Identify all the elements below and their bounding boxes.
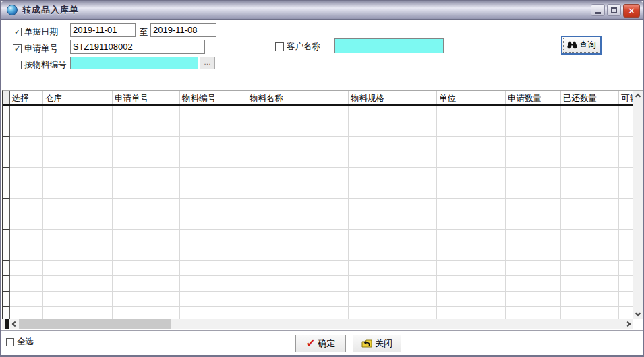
column-header-4[interactable]: 物料编号 — [180, 91, 247, 104]
table-row[interactable] — [3, 292, 633, 307]
table-cell — [506, 121, 561, 137]
table-cell — [247, 152, 349, 168]
minimize-button[interactable] — [591, 4, 605, 16]
material-browse-button[interactable]: … — [200, 57, 215, 69]
horizontal-scrollbar[interactable] — [2, 319, 633, 329]
column-header-1[interactable]: 选择 — [10, 91, 43, 104]
select-all-checkbox[interactable]: 全选 — [6, 336, 34, 348]
table-cell — [247, 261, 349, 276]
table-cell — [561, 199, 619, 214]
table-cell — [10, 121, 43, 137]
table-row[interactable] — [3, 214, 633, 230]
table-row[interactable] — [3, 261, 633, 276]
table-cell — [619, 168, 633, 183]
close-form-button[interactable]: 关闭 — [353, 335, 401, 352]
scroll-up-icon[interactable] — [635, 94, 641, 99]
row-indicator — [3, 261, 10, 276]
table-cell — [561, 214, 619, 230]
table-cell — [10, 245, 43, 261]
table-cell — [437, 245, 506, 261]
table-cell — [437, 168, 506, 183]
table-row[interactable] — [3, 307, 633, 319]
table-row[interactable] — [3, 152, 633, 168]
table-cell — [506, 230, 561, 245]
close-button[interactable]: ✕ — [623, 4, 640, 18]
table-cell — [437, 261, 506, 276]
scroll-down-icon[interactable] — [635, 311, 641, 316]
table-row[interactable] — [3, 121, 633, 137]
binoculars-icon — [567, 41, 577, 49]
table-row[interactable] — [3, 168, 633, 183]
date-to-input[interactable] — [150, 23, 216, 37]
column-header-9[interactable]: 已还数量 — [561, 91, 619, 104]
request-no-checkbox[interactable]: ✓ 申请单号 — [13, 43, 58, 55]
request-no-input[interactable] — [70, 40, 205, 54]
table-row[interactable] — [3, 199, 633, 214]
table-cell — [113, 106, 180, 121]
table-row[interactable] — [3, 245, 633, 261]
material-no-input[interactable] — [70, 57, 198, 69]
table-cell — [10, 106, 43, 121]
table-cell — [10, 230, 43, 245]
scroll-left-icon[interactable] — [12, 321, 18, 327]
table-cell — [180, 168, 247, 183]
table-cell — [113, 245, 180, 261]
column-header-10[interactable]: 可转数量 — [619, 91, 633, 104]
table-row[interactable] — [3, 106, 633, 121]
table-cell — [506, 214, 561, 230]
table-cell — [506, 261, 561, 276]
table-cell — [113, 183, 180, 199]
search-button[interactable]: 查询 — [561, 36, 602, 55]
table-cell — [561, 230, 619, 245]
table-cell — [43, 261, 113, 276]
table-row[interactable] — [3, 230, 633, 245]
table-cell — [43, 230, 113, 245]
table-cell — [561, 292, 619, 307]
table-cell — [561, 168, 619, 183]
table-row[interactable] — [3, 183, 633, 199]
table-cell — [506, 183, 561, 199]
table-cell — [349, 307, 437, 319]
customer-input[interactable] — [334, 38, 444, 53]
table-cell — [561, 245, 619, 261]
column-header-6[interactable]: 物料规格 — [349, 91, 437, 104]
table-cell — [43, 137, 113, 152]
table-cell — [180, 307, 247, 319]
table-cell — [247, 106, 349, 121]
material-no-checkbox[interactable]: 按物料编号 — [13, 59, 67, 71]
table-cell — [619, 214, 633, 230]
table-row[interactable] — [3, 137, 633, 152]
customer-checkbox[interactable]: 客户名称 — [275, 41, 320, 53]
table-cell — [506, 292, 561, 307]
table-cell — [437, 307, 506, 319]
table-cell — [247, 292, 349, 307]
table-cell — [247, 276, 349, 292]
horizontal-scroll-thumb[interactable] — [19, 319, 171, 329]
vertical-scrollbar[interactable] — [633, 91, 643, 319]
column-header-8[interactable]: 申请数量 — [506, 91, 561, 104]
date-from-input[interactable] — [70, 23, 136, 37]
ok-button[interactable]: ✔ 确定 — [295, 335, 346, 352]
row-indicator — [3, 152, 10, 168]
table-cell — [619, 106, 633, 121]
table-cell — [43, 106, 113, 121]
table-cell — [349, 137, 437, 152]
column-header-5[interactable]: 物料名称 — [247, 91, 349, 104]
globe-icon — [7, 5, 18, 15]
table-cell — [180, 245, 247, 261]
minimize-icon — [595, 12, 601, 14]
row-indicator — [3, 183, 10, 199]
column-header-7[interactable]: 单位 — [437, 91, 506, 104]
column-header-3[interactable]: 申请单号 — [113, 91, 180, 104]
maximize-button[interactable] — [607, 4, 621, 16]
scroll-right-icon[interactable] — [625, 321, 631, 327]
date-filter-checkbox[interactable]: ✓ 单据日期 — [13, 26, 58, 38]
table-row[interactable] — [3, 276, 633, 292]
table-cell — [619, 292, 633, 307]
row-indicator — [3, 230, 10, 245]
table-cell — [10, 152, 43, 168]
table-cell — [247, 183, 349, 199]
table-cell — [619, 276, 633, 292]
column-header-2[interactable]: 仓库 — [43, 91, 113, 104]
table-cell — [437, 137, 506, 152]
